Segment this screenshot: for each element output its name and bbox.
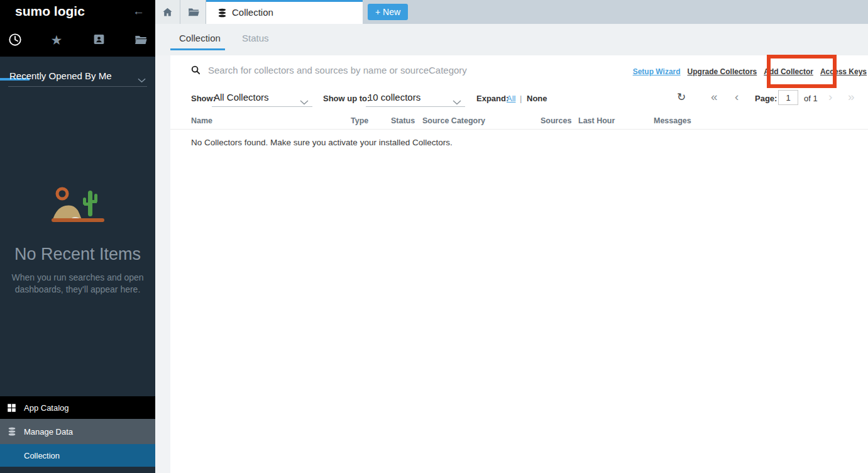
next-page-icon[interactable]: › [828,90,832,104]
column-header-status[interactable]: Status [391,116,415,125]
table-header-row: Name Type Status Source Category Sources… [170,116,868,130]
app-logo: sumo logic [15,4,85,19]
empty-state-title: No Recent Items [0,245,155,264]
setup-wizard-link[interactable]: Setup Wizard [633,67,681,76]
desert-illustration [52,186,104,227]
show-up-to-label: Show up to: [323,94,370,103]
recent-dropdown[interactable]: Recently Opened By Me [8,68,147,87]
first-page-icon[interactable]: « [711,90,717,104]
show-up-to-dropdown[interactable]: 10 collectors [366,90,465,107]
column-header-last-hour[interactable]: Last Hour [578,116,615,125]
sidebar-empty-state: No Recent Items When you run searches an… [0,186,155,296]
column-header-name[interactable]: Name [191,116,212,125]
collection-window-tab[interactable]: Collection [206,0,363,24]
empty-state-subtitle: When you run searches and open dashboard… [0,272,155,296]
tab-status[interactable]: Status [242,33,269,43]
previous-page-icon[interactable]: ‹ [735,90,738,104]
show-up-to-value: 10 collectors [368,92,420,103]
show-filter-value: All Collectors [214,92,269,103]
column-header-source-category[interactable]: Source Category [422,116,485,125]
sidebar: sumo logic ← ★ Recently Opened By Me [0,0,155,473]
expand-label: Expand: [476,94,508,103]
add-collector-link[interactable]: Add Collector [764,67,813,76]
collapse-sidebar-icon[interactable]: ← [133,4,145,18]
refresh-icon[interactable]: ↻ [677,91,686,104]
folder-icon [187,6,200,18]
sumo-logic-app: sumo logic ← ★ Recently Opened By Me [0,0,868,473]
favorites-icon[interactable]: ★ [49,33,64,48]
tab-title: Collection [232,7,273,18]
chevron-down-icon [138,74,146,85]
filter-row: Show: All Collectors Show up to: 10 coll… [170,90,868,111]
expand-separator: | [520,94,522,103]
active-tab-underline [170,48,225,50]
search-input[interactable] [208,61,585,79]
last-page-icon[interactable]: » [848,90,854,104]
sidebar-item-label: App Catalog [24,403,69,413]
page-count-label: of 1 [804,94,818,103]
column-header-messages[interactable]: Messages [654,116,691,125]
show-filter-dropdown[interactable]: All Collectors [212,90,312,107]
tab-buttons [155,0,206,24]
recent-icon[interactable] [8,33,23,48]
home-icon [162,6,173,18]
logo-bar: sumo logic ← [0,0,155,24]
content-gutter [155,55,170,473]
action-links: Setup Wizard Upgrade Collectors Add Coll… [633,67,867,76]
chevron-down-icon [300,96,309,108]
database-icon [7,426,17,437]
expand-none-link[interactable]: None [527,94,547,103]
column-header-type[interactable]: Type [351,116,368,125]
folders-icon[interactable] [133,33,148,48]
sidebar-item-label: Collection [24,451,60,460]
library-tab-button[interactable] [181,0,206,24]
sidebar-nav-icons: ★ [0,24,155,57]
expand-all-link[interactable]: All [507,94,515,103]
home-tab-button[interactable] [155,0,180,24]
access-keys-link[interactable]: Access Keys [820,67,867,76]
sidebar-item-label: Manage Data [24,427,73,437]
search-icon [190,65,201,78]
new-tab-button[interactable]: + New [368,4,408,20]
shared-content-icon[interactable] [91,33,106,48]
top-tab-bar: Collection + New [155,0,868,24]
tab-collection[interactable]: Collection [179,33,221,43]
chevron-down-icon [453,96,461,108]
sidebar-item-app-catalog[interactable]: App Catalog [0,396,155,419]
sidebar-item-collection[interactable]: Collection [0,444,155,467]
database-icon [217,8,228,18]
page-tabs: Collection Status [155,24,868,55]
collection-panel: Setup Wizard Upgrade Collectors Add Coll… [170,55,868,473]
page-number-input[interactable] [778,90,798,105]
empty-table-message: No Collectors found. Make sure you activ… [191,138,453,147]
grid-icon [7,403,16,413]
column-header-sources[interactable]: Sources [541,116,571,125]
recent-dropdown-label: Recently Opened By Me [9,70,112,81]
sidebar-item-manage-data[interactable]: Manage Data [0,419,155,444]
upgrade-collectors-link[interactable]: Upgrade Collectors [688,67,757,76]
sidebar-bottom-menu: App Catalog Manage Data Collection [0,396,155,467]
page-label: Page: [755,94,777,103]
